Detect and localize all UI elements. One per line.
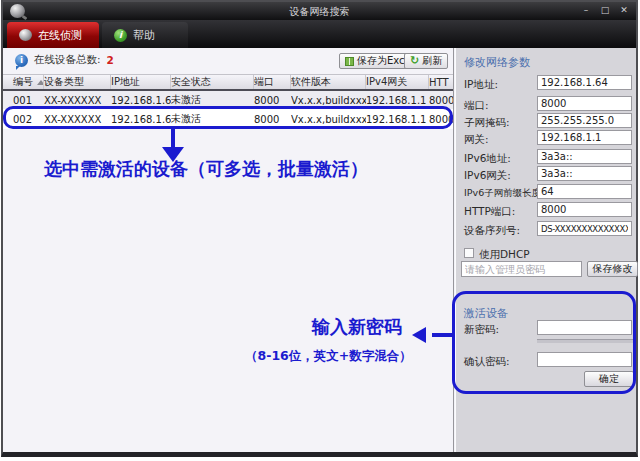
column-header-id[interactable]: 编号 — [3, 75, 44, 89]
ipv6-address-field[interactable] — [537, 149, 632, 164]
ip-address-label: IP地址: — [464, 78, 498, 92]
network-panel-title: 修改网络参数 — [464, 55, 530, 70]
annotation-select-devices: 选中需激活的设备（可多选，批量激活） — [44, 157, 368, 181]
ipv6-address-label: IPv6地址: — [464, 152, 511, 166]
ipv6-prefix-label: IPv6子网前缀长度: — [464, 187, 544, 200]
dhcp-label: 使用DHCP — [479, 248, 530, 262]
online-count-row: i 在线设备总数: 2 — [15, 53, 114, 67]
cell-software-version: Vx.x.x,buildxxxxxx — [291, 95, 366, 106]
save-changes-button[interactable]: 保存修改 — [587, 261, 638, 277]
serial-number-label: 设备序列号: — [464, 224, 520, 238]
dhcp-checkbox[interactable] — [464, 248, 474, 258]
cell-device-type: XX-XXXXXX — [44, 95, 111, 106]
online-count-label: 在线设备总数: — [34, 53, 101, 67]
http-port-label: HTTP端口: — [464, 205, 515, 219]
gateway-field[interactable] — [537, 130, 632, 145]
subnet-mask-label: 子网掩码: — [464, 116, 510, 130]
ipv6-prefix-field[interactable] — [537, 184, 632, 199]
window-controls: – □ ✕ — [580, 4, 630, 16]
tab-help[interactable]: i 帮助 — [102, 22, 188, 48]
screen: 设备网络搜索 – □ ✕ 在线侦测 i 帮助 i — [0, 0, 640, 461]
column-header-ip[interactable]: IP地址 — [111, 75, 171, 89]
refresh-label: 刷新 — [422, 54, 442, 68]
online-count-value: 2 — [107, 54, 114, 66]
column-header-security-status[interactable]: 安全状态 — [171, 75, 254, 89]
tab-help-label: 帮助 — [133, 28, 155, 43]
column-header-device-type[interactable]: 设备类型 — [44, 75, 111, 89]
window-title: 设备网络搜索 — [3, 5, 636, 19]
down-arrow-line — [171, 128, 175, 148]
cell-security-status: 未激活 — [171, 93, 254, 107]
refresh-icon: ↻ — [410, 56, 419, 66]
column-header-http-port[interactable]: HTT — [429, 75, 454, 89]
annotation-enter-password: 输入新密码 — [312, 315, 402, 339]
http-port-field[interactable] — [537, 202, 632, 217]
column-header-software-version[interactable]: 软件版本 — [291, 75, 366, 89]
port-label: 端口: — [464, 99, 489, 113]
column-header-port[interactable]: 端口 — [254, 75, 291, 89]
sort-ascending-icon — [37, 80, 44, 85]
table-header: 编号 设备类型 IP地址 安全状态 端口 软件版本 IPv4网关 HTT — [3, 74, 454, 91]
subnet-mask-field[interactable] — [537, 113, 632, 128]
column-header-id-label: 编号 — [13, 75, 33, 89]
activate-panel-highlight-rect — [452, 291, 636, 394]
title-bar: 设备网络搜索 – □ ✕ — [3, 2, 636, 20]
annotation-password-rule: （8-16位，英文+数字混合） — [245, 348, 412, 365]
gateway-label: 网关: — [464, 133, 489, 147]
info-bubble-icon: i — [15, 54, 28, 67]
tab-bar: 在线侦测 i 帮助 — [3, 20, 636, 48]
ipv6-gateway-field[interactable] — [537, 166, 632, 181]
left-arrow-line — [432, 333, 454, 337]
port-field[interactable] — [537, 96, 632, 111]
column-header-ipv4-gateway[interactable]: IPv4网关 — [366, 75, 429, 89]
cell-http-port: 8000 — [429, 95, 454, 106]
ipv6-gateway-label: IPv6网关: — [464, 169, 511, 183]
left-arrow-icon — [412, 327, 426, 343]
maximize-icon[interactable]: □ — [599, 4, 611, 16]
refresh-button[interactable]: ↻ 刷新 — [404, 53, 448, 69]
search-icon — [19, 29, 32, 41]
cell-port: 8000 — [254, 95, 291, 106]
tab-online-label: 在线侦测 — [38, 28, 82, 43]
minimize-icon[interactable]: – — [580, 4, 592, 16]
serial-number-field[interactable] — [537, 221, 632, 236]
cell-id: 001 — [3, 95, 44, 106]
tab-online-detection[interactable]: 在线侦测 — [7, 22, 99, 48]
close-icon[interactable]: ✕ — [618, 4, 630, 16]
cell-ip: 192.168.1.64 — [111, 95, 171, 106]
selected-row-highlight-rect — [3, 106, 453, 129]
excel-icon — [345, 57, 354, 66]
cell-ipv4-gateway: 192.168.1.1 — [366, 95, 429, 106]
help-info-icon: i — [114, 29, 127, 42]
admin-password-input[interactable] — [461, 261, 582, 277]
ip-address-field[interactable] — [537, 75, 632, 90]
